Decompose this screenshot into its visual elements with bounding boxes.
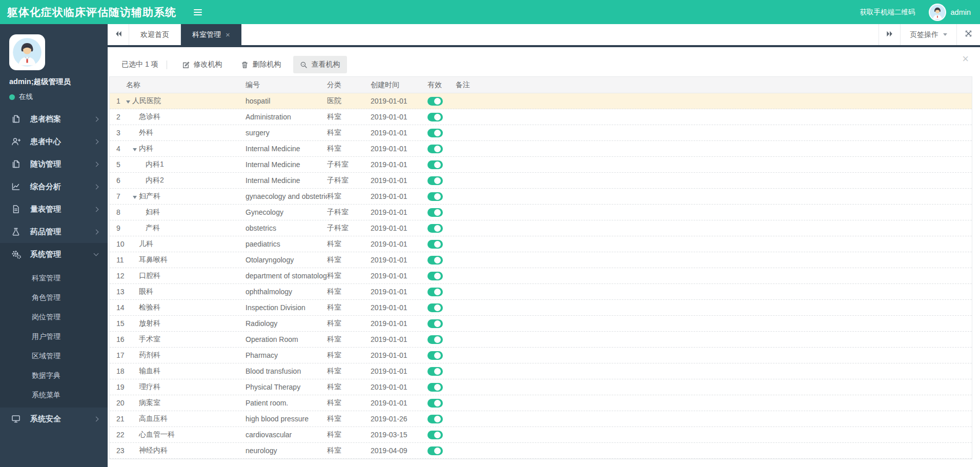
header-cell-code[interactable]: 编号 [246,80,327,90]
sidebar-item-drug-management[interactable]: 药品管理 [0,220,108,243]
panel-close-icon[interactable]: × [962,53,969,65]
cell-name: 产科 [125,224,246,233]
table-row[interactable]: 12 口腔科 department of stomatology 科室 2019… [110,268,972,284]
cell-row-number: 14 [110,303,125,312]
valid-toggle[interactable] [427,303,443,312]
valid-toggle[interactable] [427,415,443,423]
cell-name: 妇科 [125,208,246,217]
table-row[interactable]: 18 输血科 Blood transfusion 科室 2019-01-01 [110,363,972,379]
profile-avatar[interactable] [9,34,45,70]
sidebar-item-patient-archive[interactable]: 患者档案 [0,108,108,130]
cell-code: Blood transfusion [246,367,327,375]
header-cell-cat[interactable]: 分类 [327,80,371,90]
table-row[interactable]: 6 内科2 Internal Medicine 子科室 2019-01-01 [110,173,972,189]
table-row[interactable]: 17 药剂科 Pharmacy 科室 2019-01-01 [110,348,972,363]
table-row[interactable]: 21 高血压科 high blood pressure 科室 2019-01-2… [110,411,972,427]
tab-welcome-home[interactable]: 欢迎首页 [129,24,181,45]
valid-toggle[interactable] [427,224,443,233]
tabs-scroll-left-button[interactable] [108,24,129,45]
tab-operations-dropdown[interactable]: 页签操作 [900,24,956,45]
header-cell-remark[interactable]: 备注 [456,80,972,90]
tree-collapse-caret[interactable] [133,145,139,153]
fullscreen-button[interactable] [956,24,980,45]
valid-toggle[interactable] [427,319,443,328]
gears-icon [10,250,22,259]
table-row[interactable]: 11 耳鼻喉科 Otolaryngology 科室 2019-01-01 [110,252,972,268]
valid-toggle[interactable] [427,113,443,121]
table-row[interactable]: 9 产科 obstetrics 子科室 2019-01-01 [110,220,972,236]
valid-toggle[interactable] [427,367,443,376]
valid-toggle[interactable] [427,129,443,137]
valid-toggle[interactable] [427,399,443,408]
tree-collapse-caret[interactable] [133,192,139,200]
valid-toggle[interactable] [427,97,443,106]
sidebar-item-system-security[interactable]: 系统安全 [0,408,108,430]
valid-toggle[interactable] [427,351,443,360]
valid-toggle[interactable] [427,208,443,217]
valid-toggle[interactable] [427,192,443,201]
cell-name: 手术室 [125,335,246,344]
tab-close-icon[interactable]: × [226,31,230,38]
edit-icon [182,61,190,69]
valid-toggle[interactable] [427,446,443,455]
hamburger-menu-icon[interactable] [191,6,205,18]
header-cell-valid[interactable]: 有效 [427,80,456,90]
valid-toggle[interactable] [427,335,443,344]
sidebar-subitem-data-dictionary[interactable]: 数据字典 [0,366,108,385]
sidebar-subitem-user-management[interactable]: 用户管理 [0,327,108,347]
chevron-right-icon [94,116,99,121]
cell-created: 2019-01-01 [371,367,427,375]
sidebar-item-system-management[interactable]: 系统管理 [0,243,108,266]
table-row[interactable]: 8 妇科 Gynecology 子科室 2019-01-01 [110,205,972,220]
tree-collapse-caret[interactable] [126,97,132,105]
tab-department-management[interactable]: 科室管理 × [181,24,241,45]
table-row[interactable]: 3 外科 surgery 科室 2019-01-01 [110,125,972,141]
valid-toggle[interactable] [427,160,443,169]
toolbar-button-delete-org[interactable]: 删除机构 [234,56,288,73]
cell-valid [427,113,456,121]
sidebar-item-followup-management[interactable]: 随访管理 [0,153,108,175]
table-row[interactable]: 2 急诊科 Administration 科室 2019-01-01 [110,109,972,125]
sidebar-item-patient-center[interactable]: 患者中心 [0,130,108,153]
table-row[interactable]: 23 神经内科 neurology 科室 2019-04-09 [110,443,972,459]
header-cell-date[interactable]: 创建时间 [371,80,427,90]
cell-valid [427,272,456,280]
user-avatar[interactable] [929,4,946,21]
valid-toggle[interactable] [427,383,443,392]
table-row[interactable]: 20 病案室 Patient room. 科室 2019-01-01 [110,395,972,411]
valid-toggle[interactable] [427,431,443,439]
tab-label: 科室管理 [192,30,221,39]
table-row[interactable]: 22 心血管一科 cardiovascular 科室 2019-03-15 [110,427,972,443]
header-cell-name[interactable]: 名称 [125,80,246,90]
table-row[interactable]: 5 内科1 Internal Medicine 子科室 2019-01-01 [110,157,972,173]
chevrons-right-icon [886,30,894,39]
table-row[interactable]: 15 放射科 Radiology 科室 2019-01-01 [110,316,972,332]
qr-code-link[interactable]: 获取手机端二维码 [860,8,915,17]
table-row[interactable]: 7 妇产科 gynaecology and obstetrics 科室 2019… [110,189,972,205]
sidebar-subitem-system-menu[interactable]: 系统菜单 [0,385,108,405]
sidebar-subitem-post-management[interactable]: 岗位管理 [0,308,108,327]
toolbar-button-edit-org[interactable]: 修改机构 [175,56,229,73]
valid-toggle[interactable] [427,145,443,153]
sidebar-item-comprehensive-analysis[interactable]: 综合分析 [0,175,108,198]
sidebar-subitem-department-management[interactable]: 科室管理 [0,269,108,288]
table-row[interactable]: 13 眼科 ophthalmology 科室 2019-01-01 [110,284,972,300]
cell-row-number: 15 [110,319,125,328]
valid-toggle[interactable] [427,272,443,280]
valid-toggle[interactable] [427,176,443,185]
valid-toggle[interactable] [427,240,443,249]
sidebar-subitem-region-management[interactable]: 区域管理 [0,347,108,366]
valid-toggle[interactable] [427,256,443,265]
sidebar-subitem-role-management[interactable]: 角色管理 [0,288,108,308]
username-label[interactable]: admin [951,8,971,16]
table-row[interactable]: 1 人民医院 hospatil 医院 2019-01-01 [110,93,972,109]
table-row[interactable]: 10 儿科 paediatrics 科室 2019-01-01 [110,236,972,252]
table-row[interactable]: 16 手术室 Operation Room 科室 2019-01-01 [110,332,972,348]
sidebar-item-scale-management[interactable]: 量表管理 [0,198,108,220]
table-row[interactable]: 14 检验科 Inspection Division 科室 2019-01-01 [110,300,972,316]
tabs-scroll-right-button[interactable] [879,24,900,45]
valid-toggle[interactable] [427,288,443,296]
table-row[interactable]: 4 内科 Internal Medicine 科室 2019-01-01 [110,141,972,157]
toolbar-button-view-org[interactable]: 查看机构 [293,56,347,73]
table-row[interactable]: 19 理疗科 Physical Therapy 科室 2019-01-01 [110,379,972,395]
